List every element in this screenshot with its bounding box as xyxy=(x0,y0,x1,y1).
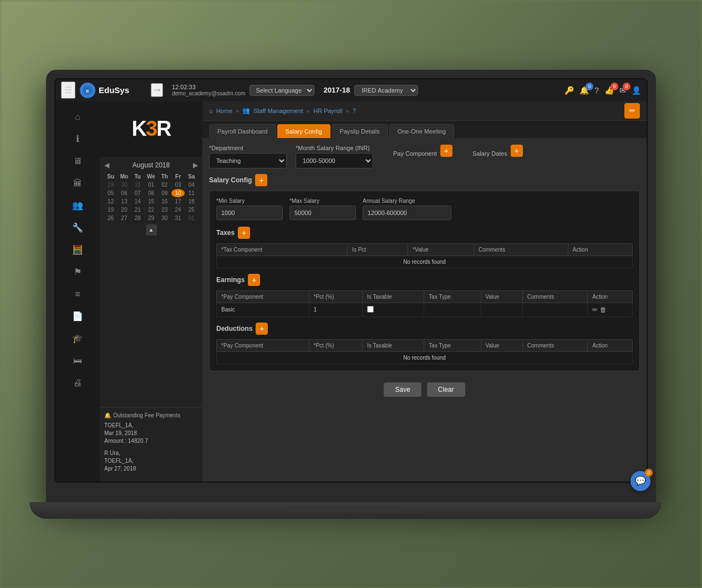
min-salary-input[interactable] xyxy=(216,206,283,220)
cal-cell[interactable]: 30 xyxy=(158,214,171,222)
cal-cell[interactable]: 08 xyxy=(145,189,157,197)
cal-cell[interactable]: 30 xyxy=(118,181,130,189)
cal-cell[interactable]: 19 xyxy=(104,206,117,214)
cal-cell[interactable]: 29 xyxy=(145,214,157,222)
sidebar-grad-icon[interactable]: 🎓 xyxy=(68,329,88,349)
taxes-add-button[interactable]: + xyxy=(238,227,250,239)
breadcrumb-hr-payroll[interactable]: HR Payroll xyxy=(313,108,343,114)
cal-cell[interactable]: 17 xyxy=(171,197,184,206)
cal-prev-button[interactable]: ◀ xyxy=(104,161,109,169)
sidebar-bed-icon[interactable]: 🛏 xyxy=(68,351,88,371)
tab-payroll-dashboard[interactable]: Payroll Dashboard xyxy=(209,124,276,138)
cal-next-button[interactable]: ▶ xyxy=(193,161,198,169)
cal-cell[interactable]: 28 xyxy=(131,214,144,222)
cal-cell[interactable]: 27 xyxy=(118,214,130,222)
tab-payslip-details[interactable]: Payslip Details xyxy=(332,124,388,138)
bell-icon-btn[interactable]: 🔔 0 xyxy=(579,86,589,95)
sidebar-list-icon[interactable]: ≡ xyxy=(68,284,88,304)
taxes-table: *Tax Component Is Pct *Value Comments Ac… xyxy=(216,243,633,268)
cal-cell[interactable]: 04 xyxy=(185,181,198,189)
cal-cell[interactable]: 09 xyxy=(158,189,171,197)
cal-cell[interactable]: 23 xyxy=(158,206,171,214)
cal-cell[interactable]: 31 xyxy=(131,181,144,189)
sidebar-print-icon[interactable]: 🖨 xyxy=(68,373,88,393)
earnings-taxable-checkbox[interactable] xyxy=(367,306,374,313)
mail-icon-btn[interactable]: ✉ 0 xyxy=(619,86,626,95)
scroll-up-button[interactable]: ▲ xyxy=(146,224,157,236)
edit-row-icon[interactable]: ✏ xyxy=(592,306,598,314)
language-select[interactable]: Select Language English Hindi xyxy=(250,85,314,96)
department-select[interactable]: Teaching xyxy=(209,153,287,168)
cal-cell[interactable]: 26 xyxy=(104,214,117,222)
breadcrumb-question[interactable]: ? xyxy=(353,108,356,114)
cal-cell[interactable]: 29 xyxy=(104,181,117,189)
save-button[interactable]: Save xyxy=(384,382,421,397)
cal-cell[interactable]: 07 xyxy=(131,189,144,197)
user-icon-btn[interactable]: 👤 xyxy=(632,86,641,95)
cal-cell[interactable]: 25 xyxy=(185,206,198,214)
cal-cell[interactable]: 22 xyxy=(145,206,157,214)
calendar-header: ◀ August 2018 ▶ xyxy=(104,161,198,169)
pay-component-area: Pay Component + xyxy=(393,145,452,157)
cal-cell[interactable]: 21 xyxy=(131,206,144,214)
sidebar-people-icon[interactable]: 👥 xyxy=(68,196,88,216)
breadcrumb-staff-mgmt[interactable]: Staff Management xyxy=(253,108,303,114)
sidebar-tools-icon[interactable]: 🔧 xyxy=(68,218,88,238)
pay-component-add-button[interactable]: + xyxy=(440,145,452,157)
cal-cell[interactable]: 01 xyxy=(185,214,198,222)
sidebar-info-icon[interactable]: ℹ xyxy=(68,129,88,149)
k3r-logo: K3R xyxy=(131,117,170,141)
annual-range-input[interactable] xyxy=(363,206,451,220)
cal-cell[interactable]: 12 xyxy=(104,197,117,206)
cal-cell[interactable]: 05 xyxy=(104,189,117,197)
hamburger-button[interactable]: ☰ xyxy=(61,81,75,99)
key-icon-btn[interactable]: 🔑 xyxy=(564,86,574,95)
sidebar-building-icon[interactable]: 🏛 xyxy=(68,173,88,193)
cal-cell[interactable]: 18 xyxy=(185,197,198,206)
sidebar-flag-icon[interactable]: ⚑ xyxy=(68,262,88,282)
svg-text:E: E xyxy=(86,88,89,93)
delete-row-icon[interactable]: 🗑 xyxy=(600,306,607,314)
cal-cell[interactable]: 20 xyxy=(118,206,130,214)
cal-cell[interactable]: 11 xyxy=(185,189,198,197)
academy-select[interactable]: IRED Academy Other Academy xyxy=(354,85,418,96)
breadcrumb-home[interactable]: Home xyxy=(216,108,232,114)
deductions-col-taxable: Is Taxable xyxy=(363,339,424,351)
cal-day-sa: Sa xyxy=(185,172,198,181)
tab-salary-config[interactable]: Salary Config xyxy=(277,124,330,138)
salary-dates-add-button[interactable]: + xyxy=(511,145,523,157)
salary-range-select[interactable]: 1000-50000 xyxy=(296,153,373,168)
sidebar-doc-icon[interactable]: 📄 xyxy=(68,306,88,326)
earnings-add-button[interactable]: + xyxy=(248,274,260,286)
tab-one-one-meeting[interactable]: One-One Meeting xyxy=(389,124,454,138)
clear-button[interactable]: Clear xyxy=(427,382,465,397)
top-form-row: *Department Teaching *Month Salary Range… xyxy=(209,145,640,168)
sidebar-monitor-icon[interactable]: 🖥 xyxy=(68,151,88,171)
taxes-header: Taxes + xyxy=(216,227,633,239)
edit-button-top[interactable]: ✏ xyxy=(624,103,640,119)
thumb-icon-btn[interactable]: 👍 0 xyxy=(604,86,614,95)
max-salary-input[interactable] xyxy=(289,206,356,220)
left-panel: K3R ◀ August 2018 ▶ Su xyxy=(100,101,202,482)
cal-cell[interactable]: 02 xyxy=(158,181,171,189)
year-badge: 2017-18 xyxy=(323,86,350,94)
chat-widget[interactable]: 💬 0 xyxy=(630,471,650,491)
cal-cell[interactable]: 01 xyxy=(145,181,157,189)
sidebar-calc-icon[interactable]: 🧮 xyxy=(68,240,88,260)
cal-cell[interactable]: 16 xyxy=(158,197,171,206)
cal-cell[interactable]: 15 xyxy=(145,197,157,206)
deductions-add-button[interactable]: + xyxy=(256,323,268,335)
nav-forward-button[interactable]: → xyxy=(151,83,163,97)
cal-cell[interactable]: 03 xyxy=(171,181,184,189)
cal-cell[interactable]: 13 xyxy=(118,197,130,206)
cal-cell[interactable]: 14 xyxy=(131,197,144,206)
earnings-basic-taxable[interactable] xyxy=(363,303,424,316)
help-icon-btn[interactable]: ? xyxy=(594,86,599,95)
cal-cell[interactable]: 31 xyxy=(171,214,184,222)
cal-cell[interactable]: 24 xyxy=(171,206,184,214)
cal-cell[interactable]: 06 xyxy=(118,189,130,197)
salary-config-add-button[interactable]: + xyxy=(255,174,267,186)
breadcrumb-home-icon[interactable]: ⌂ xyxy=(209,108,213,114)
cal-cell-today[interactable]: 10 xyxy=(171,189,184,197)
sidebar-home-icon[interactable]: ⌂ xyxy=(68,107,88,127)
